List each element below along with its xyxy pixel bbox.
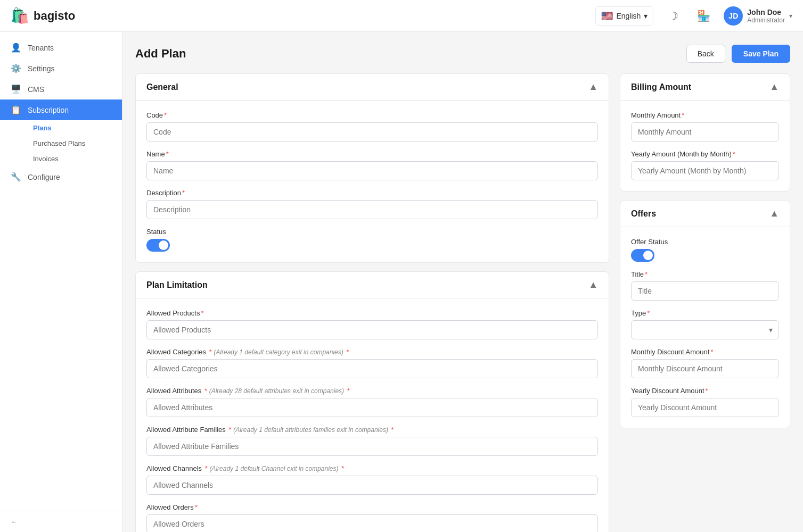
monthly-discount-input[interactable] <box>631 359 779 378</box>
yearly-discount-input[interactable] <box>631 398 779 417</box>
main-content: Add Plan Back Save Plan General ▲ <box>122 32 803 532</box>
logo-text: bagisto <box>34 9 75 23</box>
allowed-orders-label: Allowed Orders* <box>146 503 598 511</box>
allowed-categories-group: Allowed Categories * (Already 1 default … <box>146 348 598 378</box>
sidebar-sub-item-invoices[interactable]: Invoices <box>28 151 122 167</box>
offers-collapse-icon[interactable]: ▲ <box>769 208 779 219</box>
allowed-attribute-families-input[interactable] <box>146 437 598 456</box>
plan-limitation-collapse-icon[interactable]: ▲ <box>588 279 598 290</box>
yearly-discount-group: Yearly Discount Amount* <box>631 387 779 417</box>
allowed-channels-input[interactable] <box>146 476 598 495</box>
code-label: Code* <box>146 111 598 119</box>
sidebar-item-configure-label: Configure <box>28 173 60 181</box>
allowed-attributes-input[interactable] <box>146 398 598 417</box>
general-collapse-icon[interactable]: ▲ <box>588 81 598 93</box>
allowed-products-input[interactable] <box>146 320 598 339</box>
sidebar-item-tenants-label: Tenants <box>28 44 54 52</box>
configure-icon: 🔧 <box>11 172 21 182</box>
code-input[interactable] <box>146 122 598 142</box>
dark-mode-icon[interactable]: ☽ <box>664 6 683 26</box>
offer-status-group: Offer Status <box>631 238 779 262</box>
sidebar-sub-item-plans[interactable]: Plans <box>28 120 122 136</box>
plan-limitation-card-header: Plan Limitation ▲ <box>136 272 609 298</box>
monthly-amount-group: Monthly Amount* <box>631 111 779 142</box>
allowed-categories-input[interactable] <box>146 359 598 378</box>
offer-title-group: Title* <box>631 270 779 301</box>
two-col-layout: General ▲ Code* <box>135 73 790 532</box>
language-selector[interactable]: 🇺🇸 English ▾ <box>595 6 653 26</box>
general-card: General ▲ Code* <box>135 73 609 263</box>
name-input[interactable] <box>146 161 598 180</box>
allowed-attribute-families-label: Allowed Attribute Families * (Already 1 … <box>146 426 598 434</box>
allowed-channels-group: Allowed Channels * (Already 1 default Ch… <box>146 464 598 495</box>
code-field-group: Code* <box>146 111 598 142</box>
flag-icon: 🇺🇸 <box>601 10 613 22</box>
logo-area: 🛍️ bagisto <box>11 7 75 24</box>
sidebar: 👤 Tenants ⚙️ Settings 🖥️ CMS 📋 Subscript… <box>0 32 122 532</box>
allowed-orders-input[interactable] <box>146 514 598 532</box>
collapse-icon: ← <box>11 518 18 526</box>
allowed-channels-label: Allowed Channels * (Already 1 default Ch… <box>146 464 598 472</box>
sidebar-sub-item-purchased-plans[interactable]: Purchased Plans <box>28 136 122 151</box>
user-role: Administrator <box>747 16 785 24</box>
store-icon[interactable]: 🏪 <box>694 6 713 26</box>
offer-status-toggle[interactable] <box>631 249 654 262</box>
billing-amount-title: Billing Amount <box>631 82 691 92</box>
cms-icon: 🖥️ <box>11 84 21 94</box>
monthly-discount-label: Monthly Discount Amount* <box>631 348 779 356</box>
plan-limitation-title: Plan Limitation <box>146 280 208 290</box>
yearly-amount-input[interactable] <box>631 161 779 180</box>
monthly-amount-input[interactable] <box>631 122 779 142</box>
status-field-group: Status <box>146 228 598 252</box>
language-label: English <box>616 12 641 20</box>
offer-title-input[interactable] <box>631 281 779 301</box>
allowed-attributes-group: Allowed Attributes * (Already 28 default… <box>146 387 598 417</box>
topbar-right: 🇺🇸 English ▾ ☽ 🏪 JD John Doe Administrat… <box>595 6 792 26</box>
offers-title: Offers <box>631 209 656 219</box>
allowed-attribute-families-group: Allowed Attribute Families * (Already 1 … <box>146 426 598 456</box>
save-plan-button[interactable]: Save Plan <box>732 45 790 63</box>
settings-icon: ⚙️ <box>11 63 21 73</box>
general-card-body: Code* Name* <box>136 101 609 262</box>
subscription-icon: 📋 <box>11 105 21 115</box>
plan-limitation-card: Plan Limitation ▲ Allowed Products* <box>135 271 609 532</box>
user-block[interactable]: JD John Doe Administrator ▾ <box>724 6 792 26</box>
offer-type-select-wrapper <box>631 320 779 339</box>
billing-amount-card-body: Monthly Amount* Yearly Amount (Month by … <box>620 101 790 191</box>
status-toggle[interactable] <box>146 239 170 252</box>
allowed-attributes-label: Allowed Attributes * (Already 28 default… <box>146 387 598 395</box>
billing-collapse-icon[interactable]: ▲ <box>769 81 779 93</box>
user-name: John Doe <box>747 8 785 16</box>
description-field-group: Description* <box>146 189 598 219</box>
logo-icon: 🛍️ <box>11 7 29 24</box>
back-button[interactable]: Back <box>686 45 725 63</box>
header-actions: Back Save Plan <box>686 45 790 63</box>
sidebar-item-cms[interactable]: 🖥️ CMS <box>0 79 122 99</box>
offer-status-toggle-wrapper <box>631 249 779 262</box>
description-label: Description* <box>146 189 598 197</box>
general-title: General <box>146 82 178 92</box>
name-label: Name* <box>146 150 598 158</box>
description-input[interactable] <box>146 200 598 219</box>
page-title: Add Plan <box>135 47 186 61</box>
user-info: John Doe Administrator <box>747 8 785 24</box>
yearly-discount-label: Yearly Discount Amount* <box>631 387 779 395</box>
offer-title-label: Title* <box>631 270 779 278</box>
billing-amount-card-header: Billing Amount ▲ <box>620 74 790 101</box>
side-column: Billing Amount ▲ Monthly Amount* <box>620 73 790 428</box>
sidebar-item-subscription-label: Subscription <box>28 106 69 114</box>
status-label: Status <box>146 228 598 236</box>
offer-type-label: Type* <box>631 309 779 317</box>
avatar: JD <box>724 6 743 26</box>
sidebar-item-settings-label: Settings <box>28 64 55 73</box>
sidebar-item-configure[interactable]: 🔧 Configure <box>0 167 122 187</box>
offer-type-select[interactable] <box>631 320 779 339</box>
sidebar-item-subscription[interactable]: 📋 Subscription <box>0 99 122 120</box>
sidebar-item-settings[interactable]: ⚙️ Settings <box>0 58 122 79</box>
main-column: General ▲ Code* <box>135 73 609 532</box>
language-chevron-icon: ▾ <box>644 12 648 20</box>
page-header: Add Plan Back Save Plan <box>135 45 790 63</box>
sidebar-item-tenants[interactable]: 👤 Tenants <box>0 37 122 58</box>
sidebar-collapse[interactable]: ← <box>0 511 122 532</box>
status-toggle-wrapper <box>146 239 598 252</box>
